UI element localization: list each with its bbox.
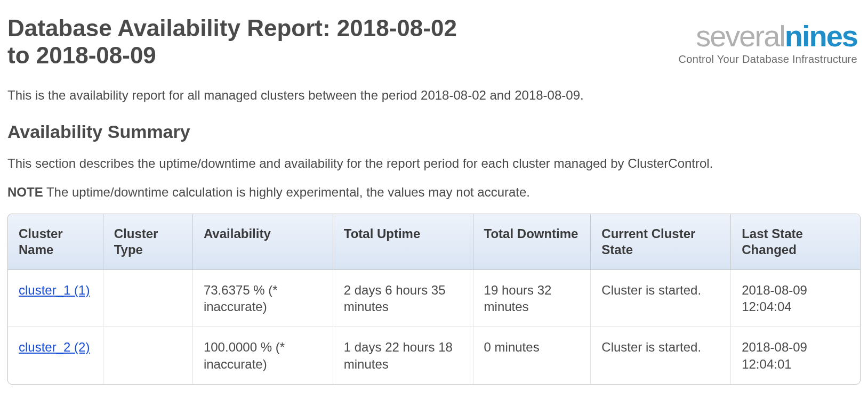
logo-text-blue: nines	[785, 19, 857, 53]
summary-heading: Availability Summary	[7, 121, 861, 142]
cell-cluster-type	[103, 327, 193, 383]
note-text: The uptime/downtime calculation is highl…	[43, 185, 530, 199]
col-availability: Availability	[193, 214, 333, 270]
col-total-uptime: Total Uptime	[333, 214, 473, 270]
note-label: NOTE	[7, 185, 43, 199]
cluster-link[interactable]: cluster_1 (1)	[19, 283, 90, 297]
table-row: cluster_2 (2) 100.0000 % (* inaccurate) …	[8, 327, 860, 383]
intro-paragraph: This is the availability report for all …	[7, 87, 861, 104]
cell-total-uptime: 1 days 22 hours 18 minutes	[333, 327, 473, 383]
brand-block: severalnines Control Your Database Infra…	[679, 21, 857, 66]
col-cluster-name: Cluster Name	[8, 214, 103, 270]
summary-note: NOTE The uptime/downtime calculation is …	[7, 185, 861, 200]
cluster-link[interactable]: cluster_2 (2)	[19, 340, 90, 354]
col-cluster-type: Cluster Type	[103, 214, 193, 270]
col-current-state: Current Cluster State	[591, 214, 731, 270]
cell-total-downtime: 19 hours 32 minutes	[473, 270, 591, 327]
report-header: Database Availability Report: 2018-08-02…	[7, 5, 861, 74]
page-title: Database Availability Report: 2018-08-02…	[7, 15, 477, 69]
cell-current-state: Cluster is started.	[591, 327, 731, 383]
cell-last-changed: 2018-08-09 12:04:01	[731, 327, 860, 383]
cell-current-state: Cluster is started.	[591, 270, 731, 327]
availability-table: Cluster Name Cluster Type Availability T…	[7, 214, 861, 385]
table-header-row: Cluster Name Cluster Type Availability T…	[8, 214, 860, 270]
cell-availability: 100.0000 % (* inaccurate)	[193, 327, 333, 383]
col-total-downtime: Total Downtime	[473, 214, 591, 270]
brand-logo: severalnines	[679, 21, 857, 51]
summary-description: This section describes the uptime/downti…	[7, 155, 861, 172]
cell-total-downtime: 0 minutes	[473, 327, 591, 383]
cell-availability: 73.6375 % (* inaccurate)	[193, 270, 333, 327]
cell-last-changed: 2018-08-09 12:04:04	[731, 270, 860, 327]
table-row: cluster_1 (1) 73.6375 % (* inaccurate) 2…	[8, 270, 860, 327]
col-last-changed: Last State Changed	[731, 214, 860, 270]
cell-cluster-type	[103, 270, 193, 327]
cell-total-uptime: 2 days 6 hours 35 minutes	[333, 270, 473, 327]
logo-text-gray: several	[696, 19, 785, 53]
brand-tagline: Control Your Database Infrastructure	[679, 53, 857, 66]
